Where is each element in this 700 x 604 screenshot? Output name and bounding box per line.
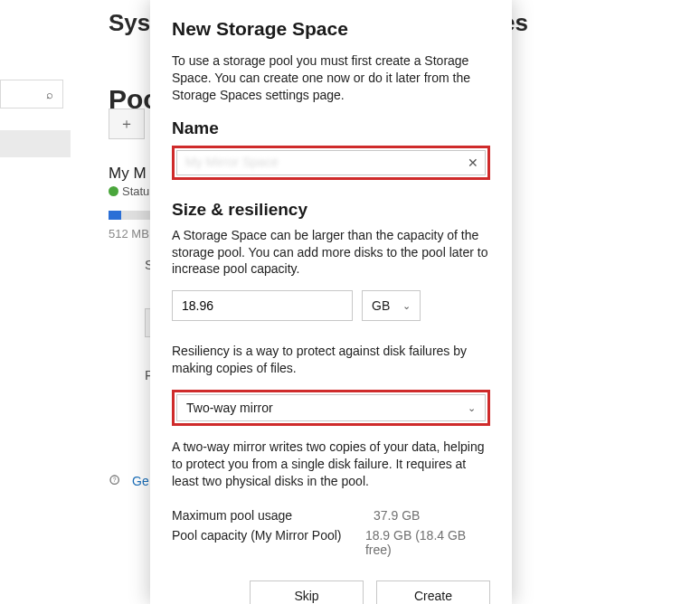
dialog-intro: To use a storage pool you must first cre… <box>172 52 490 104</box>
pool-capacity-row: Pool capacity (My Mirror Pool) 18.9 GB (… <box>172 528 490 557</box>
pool-capacity-label: Pool capacity (My Mirror Pool) <box>172 528 365 557</box>
size-desc: A Storage Space can be larger than the c… <box>172 227 490 278</box>
max-usage-value: 37.9 GB <box>374 508 420 523</box>
size-label: Size & resiliency <box>172 200 490 220</box>
resiliency-value: Two-way mirror <box>186 401 273 415</box>
chevron-down-icon: ⌄ <box>402 300 411 312</box>
status-ok-icon <box>109 186 118 196</box>
help-icon: ? <box>109 474 123 488</box>
resiliency-select[interactable]: Two-way mirror ⌄ <box>176 394 486 421</box>
pool-name: My M <box>109 165 147 183</box>
resiliency-highlight: Two-way mirror ⌄ <box>172 390 490 426</box>
resiliency-desc: Resiliency is a way to protect against d… <box>172 343 490 377</box>
create-button[interactable]: Create <box>376 580 490 604</box>
max-usage-label: Maximum pool usage <box>172 508 374 523</box>
name-label: Name <box>172 118 490 138</box>
usage-bar <box>109 211 154 220</box>
svg-text:?: ? <box>113 477 117 483</box>
chevron-down-icon: ⌄ <box>468 402 476 414</box>
pool-status: Statu <box>109 184 149 198</box>
max-usage-row: Maximum pool usage 37.9 GB <box>172 508 490 523</box>
resiliency-explain: A two-way mirror writes two copies of yo… <box>172 439 490 490</box>
pool-capacity-value: 18.9 GB (18.4 GB free) <box>365 528 490 557</box>
sidebar-item[interactable] <box>0 130 71 157</box>
dialog-title: New Storage Space <box>172 18 490 40</box>
pool-size: 512 MB <box>109 227 149 241</box>
help-link[interactable]: ? Ge <box>109 474 149 488</box>
add-pool-button[interactable]: ＋ <box>109 109 145 139</box>
unit-select[interactable]: GB ⌄ <box>362 290 421 321</box>
search-icon: ⌕ <box>46 88 53 101</box>
size-input[interactable] <box>172 290 353 321</box>
unit-value: GB <box>372 298 390 313</box>
usage-bar-fill <box>109 211 121 220</box>
name-value-blurred: My Mirror Space <box>182 155 279 169</box>
new-storage-space-dialog: New Storage Space To use a storage pool … <box>150 0 512 604</box>
skip-button[interactable]: Skip <box>250 580 364 604</box>
name-highlight: My Mirror Space ✕ <box>172 146 490 180</box>
search-input[interactable]: ⌕ <box>0 80 63 109</box>
clear-icon[interactable]: ✕ <box>468 156 478 170</box>
plus-icon: ＋ <box>119 115 134 134</box>
